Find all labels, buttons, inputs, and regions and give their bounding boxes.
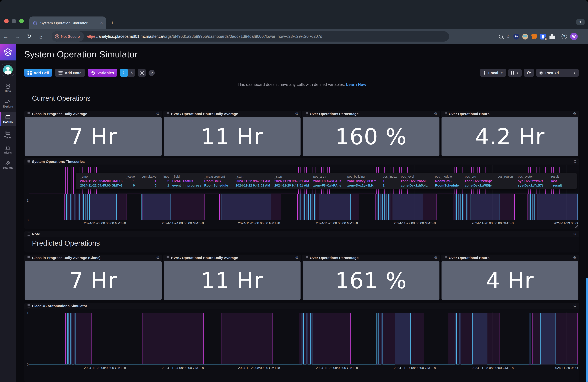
gear-icon[interactable]: ⚙ — [156, 255, 160, 260]
browser-menu-icon[interactable]: ⋮ — [581, 34, 585, 39]
light-mode-sun-icon[interactable]: ☀ — [128, 71, 135, 75]
user-avatar[interactable] — [2, 64, 14, 76]
presentation-mode-button[interactable] — [138, 69, 146, 76]
drag-handle-icon[interactable] — [166, 256, 169, 259]
gear-icon[interactable]: ⚙ — [295, 255, 298, 260]
gear-icon[interactable]: ⚙ — [295, 112, 298, 116]
tooltip-column-pos_org: pos_orgzone-Dvx2zWiSjvzone-Dvx2zWiSjv — [465, 174, 494, 188]
add-note-button[interactable]: Add Note — [55, 69, 85, 76]
gear-icon[interactable]: ⚙ — [573, 255, 576, 260]
user-avatar-icon — [3, 65, 13, 75]
stat-cell-over-operational-hours-predicted: Over Operational Hours⚙ 4 Hr — [441, 255, 579, 300]
learn-how-link[interactable]: Learn How — [346, 82, 366, 87]
drag-handle-icon[interactable] — [305, 256, 308, 259]
extensions-puzzle-icon[interactable] — [549, 34, 555, 39]
stat-cell-class-in-progress: Class in Progress Daily Average⚙ 7 Hr — [24, 111, 162, 156]
drag-handle-icon[interactable] — [27, 256, 30, 259]
not-secure-chip[interactable]: × Not Secure — [52, 31, 84, 41]
stat-cell-hvac-hours: HVAC Operational Hours Daily Average⚙ 11… — [163, 111, 301, 156]
extension-fox-icon[interactable] — [531, 34, 537, 39]
extension-face-icon[interactable] — [522, 34, 528, 39]
x-axis-tick: 2024-11-27 08:00:00 GMT+8 — [394, 221, 436, 225]
add-note-icon — [59, 71, 63, 75]
extension-shield-icon[interactable]: % — [513, 34, 519, 39]
notice-text: This dashboard doesn't have any cells wi… — [238, 82, 345, 87]
sidebar-item-data[interactable]: Data — [0, 81, 16, 95]
x-axis-labels: 2024-11-23 08:00:00 GMT+82024-11-24 08:0… — [29, 221, 578, 226]
section-heading-current: Current Operations — [32, 95, 90, 102]
browser-tab[interactable]: System Operation Simulator | × — [29, 17, 106, 29]
help-button[interactable]: ? — [149, 70, 155, 76]
resize-handle-icon[interactable] — [574, 224, 578, 229]
profile-avatar[interactable]: W — [570, 33, 578, 40]
drag-handle-icon[interactable] — [443, 112, 447, 115]
fullscreen-icon — [140, 71, 144, 75]
add-cell-button[interactable]: Add Cell — [24, 69, 52, 76]
stat-cell-over-operational-hours: Over Operational Hours⚙ 4.2 Hr — [441, 111, 579, 156]
bookmark-star-icon[interactable]: ☆ — [506, 34, 510, 39]
drag-handle-icon[interactable] — [27, 160, 30, 163]
influxdb-logo[interactable] — [0, 44, 16, 60]
home-button[interactable]: ⌂ — [35, 34, 47, 39]
sidebar: Data Explore Boards Tasks Alerts — [0, 44, 16, 382]
forward-button[interactable]: → — [12, 34, 23, 39]
gear-icon[interactable]: ⚙ — [573, 232, 577, 236]
sidebar-item-label: Alerts — [4, 151, 12, 154]
gear-icon[interactable]: ⚙ — [573, 159, 577, 164]
tooltip-column-pos_region: pos_region__ — [498, 174, 515, 188]
close-window-button[interactable] — [4, 19, 9, 23]
timezone-dropdown[interactable]: Local ▼ — [480, 69, 506, 76]
tab-close-icon[interactable]: × — [100, 20, 103, 25]
timeseries-cell: System Operations Timeseries ⚙ 1 0 2024-… — [24, 158, 579, 229]
drag-handle-icon[interactable] — [443, 256, 447, 259]
gear-icon[interactable]: ⚙ — [434, 255, 437, 260]
variables-button[interactable]: Variables — [88, 69, 117, 76]
drag-handle-icon[interactable] — [27, 112, 30, 115]
reload-button[interactable]: ↻ — [23, 33, 35, 39]
gear-icon[interactable]: ⚙ — [573, 304, 577, 308]
sidebar-item-explore[interactable]: Explore — [0, 96, 16, 111]
drag-handle-icon[interactable] — [27, 232, 30, 235]
sidebar-item-alerts[interactable]: Alerts — [0, 142, 16, 157]
x-axis-tick: 2024-11-29 08:00: — [553, 366, 578, 370]
url-text: https://analytics.placeosmdl01.mcmaster.… — [87, 34, 322, 38]
minimize-window-button[interactable] — [12, 19, 16, 23]
stat-value: 11 Hr — [201, 124, 263, 149]
gear-icon[interactable]: ⚙ — [156, 112, 160, 116]
sidebar-item-settings[interactable]: Settings — [0, 157, 16, 172]
page-scrollbar-thumb[interactable] — [586, 278, 588, 382]
pause-dropdown[interactable]: ▼ — [508, 69, 522, 76]
tab-search-chevron-icon[interactable]: ▼ — [576, 19, 585, 25]
sidebar-item-tasks[interactable]: Tasks — [0, 127, 16, 142]
url-separator: :// — [95, 34, 99, 38]
stat-value: 7 Hr — [69, 268, 117, 293]
new-tab-button[interactable]: + — [111, 20, 114, 26]
time-range-dropdown[interactable]: Past 7d ▼ — [536, 69, 579, 76]
sidebar-item-boards[interactable]: Boards — [0, 112, 16, 126]
calendar-icon — [5, 130, 11, 135]
extension-wallet-icon[interactable]: 3 — [540, 34, 546, 39]
address-bar[interactable]: × Not Secure https://analytics.placeosmd… — [52, 31, 449, 41]
theme-toggle: ☾ ☀ — [120, 69, 135, 76]
refresh-button[interactable]: ⟳ — [524, 69, 534, 76]
drag-handle-icon[interactable] — [166, 112, 169, 115]
stat-cell-hvac-hours-predicted: HVAC Operational Hours Daily Average⚙ 11… — [163, 255, 301, 300]
cell-title: HVAC Operational Hours Daily Average — [171, 256, 293, 260]
toolbar-right-icons: ☆ % 3 W ⋮ — [499, 29, 585, 44]
extension-circle-icon[interactable] — [562, 34, 567, 39]
gear-icon[interactable]: ⚙ — [434, 112, 437, 116]
tooltip-column-lines: lines21 — [160, 174, 169, 188]
drag-handle-icon[interactable] — [27, 304, 30, 307]
tooltip-column-_value: _value10 — [122, 174, 135, 188]
zoom-window-button[interactable] — [19, 19, 24, 23]
drag-handle-icon[interactable] — [305, 112, 308, 115]
dark-mode-moon-icon[interactable]: ☾ — [120, 69, 128, 76]
gear-icon[interactable]: ⚙ — [573, 112, 576, 116]
x-axis-tick: 2024-11-28 08:00:00 GMT+8 — [472, 221, 514, 225]
search-icon[interactable] — [499, 35, 503, 38]
back-button[interactable]: ← — [0, 34, 12, 39]
placeos-plot[interactable] — [29, 312, 578, 364]
tooltip-column-pos_level: pos_levelzone-Dvx2zh5olLzone-Dvx2zh5olL — [401, 174, 432, 188]
pause-icon — [511, 71, 514, 75]
page-title: System Operation Simulator — [24, 49, 138, 60]
